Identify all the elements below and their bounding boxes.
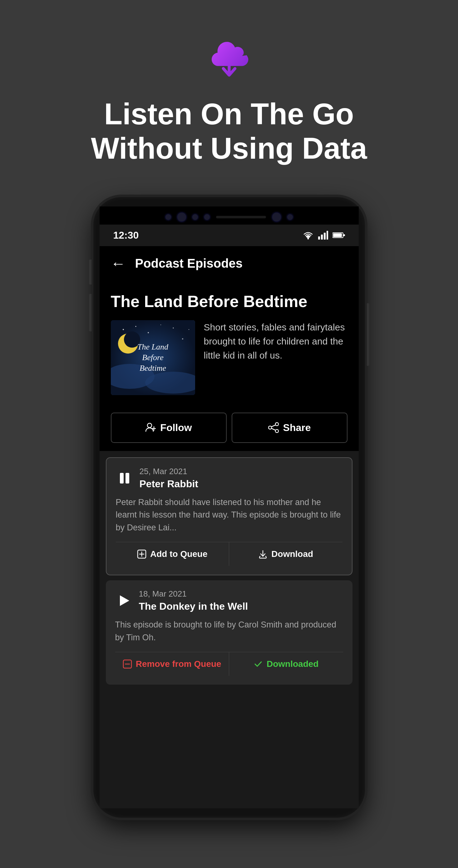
follow-label: Follow [160, 422, 192, 434]
phone-camera-bar [100, 207, 359, 224]
podcast-title: The Land Before Bedtime [111, 292, 348, 311]
episode-actions-2: Remove from Queue Downloaded [115, 652, 343, 676]
svg-line-29 [271, 429, 275, 430]
episode-title-2: The Donkey in the Well [139, 601, 343, 612]
artwork-text: The Land Before Bedtime [134, 339, 171, 376]
svg-point-12 [123, 329, 124, 330]
episode-title-1: Peter Rabbit [139, 478, 342, 490]
svg-rect-31 [126, 473, 129, 484]
add-to-queue-label: Add to Queue [150, 549, 207, 559]
nav-title: Podcast Episodes [135, 256, 243, 271]
selfie-camera [177, 213, 186, 221]
download-icon [258, 550, 267, 559]
play-icon [116, 593, 132, 609]
follow-button[interactable]: Follow [111, 413, 227, 443]
svg-rect-7 [333, 233, 342, 237]
page-headline: Listen On The Go Without Using Data [73, 97, 385, 166]
svg-point-26 [268, 426, 272, 429]
podcast-description: Short stories, fables and fairytales bro… [204, 320, 348, 395]
svg-rect-5 [327, 231, 328, 240]
podcast-header: The Land Before Bedtime [100, 281, 359, 404]
status-bar: 12:30 [100, 224, 359, 246]
volume-up-button [89, 259, 92, 284]
svg-point-14 [148, 332, 149, 333]
remove-queue-icon [123, 659, 132, 669]
follow-icon [145, 422, 156, 433]
volume-down-button [89, 294, 92, 331]
share-button[interactable]: Share [232, 413, 348, 443]
svg-point-19 [161, 324, 161, 325]
episode-desc-1: Peter Rabbit should have listened to his… [116, 496, 342, 534]
svg-point-15 [173, 327, 173, 328]
svg-point-1 [307, 238, 309, 240]
episode-meta-1: 25, Mar 2021 Peter Rabbit [139, 467, 342, 490]
share-label: Share [283, 422, 311, 434]
back-button[interactable]: ← [111, 255, 126, 272]
front-sensor [272, 213, 281, 221]
episode-card-2: 18, Mar 2021 The Donkey in the Well This… [106, 580, 353, 685]
power-button [367, 303, 369, 366]
episode-date-1: 25, Mar 2021 [139, 467, 342, 476]
phone-mockup: 12:30 [93, 197, 365, 818]
action-buttons: Follow Share [100, 404, 359, 451]
svg-marker-36 [120, 595, 129, 606]
ir-dot [287, 214, 293, 220]
status-time: 12:30 [113, 229, 139, 241]
wifi-icon [302, 231, 314, 240]
nav-bar: ← Podcast Episodes [100, 246, 359, 281]
episode-meta-2: 18, Mar 2021 The Donkey in the Well [139, 589, 343, 612]
podcast-artwork: The Land Before Bedtime [111, 320, 195, 395]
downloaded-indicator: Downloaded [229, 652, 343, 676]
episode-top-1: 25, Mar 2021 Peter Rabbit [116, 467, 342, 490]
svg-rect-4 [324, 233, 326, 240]
svg-rect-3 [321, 235, 323, 240]
episode-card-1: 25, Mar 2021 Peter Rabbit Peter Rabbit s… [106, 457, 353, 576]
episode-desc-2: This episode is brought to life by Carol… [115, 618, 343, 644]
remove-from-queue-button[interactable]: Remove from Queue [115, 652, 229, 676]
svg-line-28 [271, 425, 275, 427]
share-icon [268, 422, 279, 433]
svg-point-13 [135, 326, 136, 327]
sensor-dot-2 [204, 214, 210, 220]
add-to-queue-button[interactable]: Add to Queue [116, 542, 229, 566]
status-icons [302, 231, 345, 240]
signal-icon [318, 231, 328, 240]
download-label: Download [271, 549, 313, 559]
episodes-section: 25, Mar 2021 Peter Rabbit Peter Rabbit s… [100, 451, 359, 691]
episode-date-2: 18, Mar 2021 [139, 589, 343, 599]
svg-rect-8 [344, 234, 345, 236]
podcast-info: The Land Before Bedtime Short stories, f… [111, 320, 348, 395]
pause-icon [117, 470, 132, 486]
download-button[interactable]: Download [229, 542, 342, 566]
svg-point-22 [148, 423, 152, 428]
phone-body: 12:30 [93, 197, 365, 818]
speaker-grill [216, 216, 266, 218]
pause-button-1[interactable] [116, 469, 133, 487]
episode-actions-1: Add to Queue Download [116, 542, 342, 566]
queue-icon [137, 550, 146, 559]
svg-point-16 [182, 338, 183, 340]
battery-icon [332, 232, 345, 239]
checkmark-icon [254, 659, 263, 669]
cloud-download-icon [204, 37, 254, 81]
episode-top-2: 18, Mar 2021 The Donkey in the Well [115, 589, 343, 612]
svg-point-25 [275, 423, 279, 426]
top-section: Listen On The Go Without Using Data [0, 0, 458, 191]
svg-rect-30 [120, 473, 124, 484]
play-button-2[interactable] [115, 592, 133, 609]
downloaded-label: Downloaded [267, 659, 319, 669]
svg-rect-2 [318, 237, 320, 240]
app-screen: ← Podcast Episodes The Land Before Bedti… [100, 246, 359, 808]
camera-dot [165, 214, 171, 220]
remove-from-queue-label: Remove from Queue [136, 659, 221, 669]
svg-point-27 [275, 430, 279, 433]
svg-point-17 [189, 329, 189, 330]
sensor-dot [192, 214, 198, 220]
